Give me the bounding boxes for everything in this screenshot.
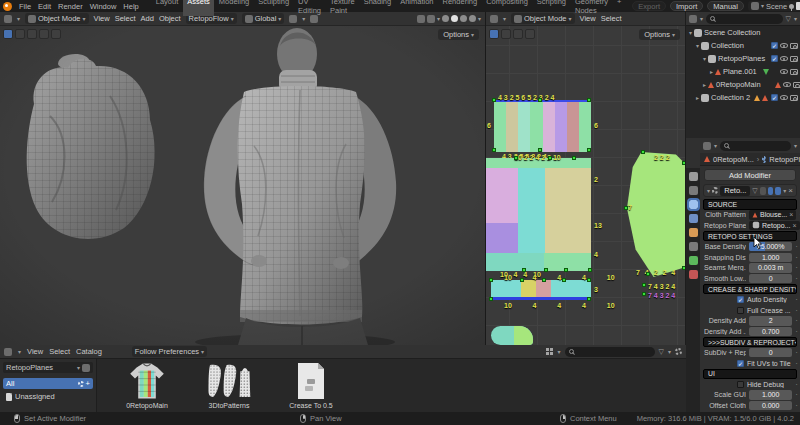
fit-uvs-checkbox[interactable]: ✓ [737, 360, 744, 367]
cursor-tool[interactable] [15, 29, 25, 39]
prop-label[interactable]: Full Crease ... [747, 307, 791, 314]
modifier-header[interactable]: ▾ Reto... ▽ ▾ × [703, 184, 797, 197]
asset-search-input[interactable] [565, 347, 655, 357]
disclosure-icon[interactable]: ▾ [707, 188, 710, 194]
outliner-row-scene-collection[interactable]: ▾ Scene Collection [686, 26, 800, 39]
outliner-row-plane-001[interactable]: ▸ Plane.001 [686, 65, 800, 78]
collection-checkbox[interactable]: ✓ [771, 42, 778, 49]
3d-viewport-canvas[interactable] [0, 26, 485, 345]
wireframe-shading-icon[interactable] [442, 15, 449, 22]
menu-window[interactable]: Window [90, 2, 117, 11]
import-method-dropdown[interactable]: Follow Preferences▾ [132, 346, 207, 357]
breadcrumb-object[interactable]: 0RetopoM... [713, 155, 754, 164]
move-tool[interactable] [27, 29, 37, 39]
subdiv-rep-slider[interactable]: 0 [749, 348, 792, 358]
animate-dot[interactable]: · [795, 316, 798, 325]
add-workspace-button[interactable]: + [613, 0, 625, 16]
material-shading-icon[interactable] [460, 15, 467, 22]
section-ui[interactable]: UI [703, 369, 797, 380]
tab-layout[interactable]: Layout [152, 0, 183, 16]
pattern-lower-strip[interactable] [491, 280, 591, 300]
eye-icon[interactable] [780, 69, 788, 74]
tab-rendering[interactable]: Rendering [439, 0, 482, 16]
tab-texture-paint[interactable]: Texture Paint [326, 0, 359, 16]
tab-assets[interactable]: Assets [183, 0, 214, 16]
tab-uv-editing[interactable]: UV Editing [294, 0, 325, 16]
refresh-icon[interactable] [78, 381, 84, 387]
disclosure-icon[interactable]: ▸ [710, 69, 713, 75]
catalog-item-unassigned[interactable]: Unassigned [3, 391, 93, 402]
animate-dot[interactable]: · [795, 359, 798, 368]
disclosure-icon[interactable]: ▸ [696, 95, 699, 101]
import-button[interactable]: Import [670, 1, 703, 11]
prop-label[interactable]: Fit UVs to Tile [747, 360, 791, 367]
properties-search-input[interactable] [720, 141, 791, 151]
new-scene-icon[interactable] [796, 2, 800, 10]
filter-icon[interactable]: ▽ [786, 15, 791, 22]
animate-dot[interactable]: · [795, 390, 798, 399]
constraints-tab-icon[interactable] [689, 242, 698, 251]
add-catalog-icon[interactable]: + [86, 379, 90, 388]
eye-icon[interactable] [780, 56, 788, 61]
snapping-distance-slider[interactable]: 1.000 [749, 253, 792, 263]
clear-icon[interactable]: × [789, 211, 793, 218]
prop-label[interactable]: Auto Density [747, 296, 787, 303]
section-retopo-settings[interactable]: RETOPO SETTINGS [703, 231, 797, 242]
tab-geometry-nodes[interactable]: Geometry Nodes [571, 0, 612, 16]
display-settings-icon[interactable] [546, 348, 549, 351]
outliner-row-collection[interactable]: ▾ Collection ✓ [686, 39, 800, 52]
collection-checkbox[interactable]: ✓ [771, 55, 778, 62]
pattern-small-piece[interactable] [491, 326, 533, 345]
select-box-tool[interactable] [3, 29, 13, 39]
outliner-search-input[interactable] [706, 14, 783, 24]
realtime-toggle-icon[interactable] [768, 187, 774, 195]
tab-scripting[interactable]: Scripting [533, 0, 570, 16]
animate-dot[interactable]: · [795, 274, 798, 283]
add-modifier-button[interactable]: Add Modifier [704, 169, 796, 181]
scene-selector[interactable]: ▾ Scene [748, 1, 800, 11]
pattern-main-piece[interactable] [486, 158, 591, 271]
export-button[interactable]: Export [632, 1, 666, 11]
camera-icon[interactable] [790, 69, 798, 75]
modifier-name-field[interactable]: Reto... [720, 186, 750, 196]
rendered-shading-icon[interactable] [469, 15, 476, 22]
editor-type-icon[interactable] [703, 142, 711, 150]
density-add-slider[interactable]: 2 [749, 316, 792, 326]
clear-icon[interactable]: × [792, 222, 796, 229]
section-subdiv-reproject[interactable]: >>>SUBDIV & REPROJECT<<< [703, 337, 797, 348]
3d-viewport[interactable]: ▾ Object Mode▾ View Select Add Object Re… [0, 12, 485, 345]
pattern-top-strip[interactable] [494, 100, 591, 152]
menu-catalog[interactable]: Catalog [76, 347, 102, 356]
eye-icon[interactable] [780, 95, 788, 100]
prop-label[interactable]: Hide Debug [747, 381, 784, 388]
offset-cloth-slider[interactable]: 0.000 [749, 401, 792, 411]
editor-type-icon[interactable] [689, 15, 697, 23]
menu-help[interactable]: Help [123, 2, 138, 11]
gear-icon[interactable] [675, 348, 682, 355]
tab-sculpting[interactable]: Sculpting [254, 0, 293, 16]
camera-icon[interactable] [793, 82, 800, 88]
animate-dot[interactable]: · [795, 295, 798, 304]
animate-dot[interactable]: · [795, 306, 798, 315]
catalog-selector[interactable]: RetopoPlanes ▾ [3, 362, 93, 373]
disclosure-icon[interactable]: ▾ [696, 43, 699, 49]
animate-dot[interactable]: · [795, 253, 798, 262]
animate-dot[interactable]: · [795, 327, 798, 336]
outliner-row-collection-2[interactable]: ▸ Collection 2 ✓ [686, 91, 800, 104]
rotate-tool[interactable] [525, 29, 535, 39]
animate-dot[interactable]: · [795, 380, 798, 389]
pin-icon[interactable] [789, 4, 794, 9]
collection-checkbox[interactable]: ✓ [771, 94, 778, 101]
editor-type-icon[interactable] [4, 348, 12, 356]
menu-file[interactable]: File [19, 2, 31, 11]
move-tool[interactable] [513, 29, 523, 39]
mode-dropdown[interactable]: Object Mode▾ [25, 13, 89, 24]
manual-button[interactable]: Manual [707, 1, 744, 11]
asset-card-crease[interactable]: Crease To 0.5 [275, 361, 347, 412]
section-crease-sharp[interactable]: CREASE & SHARP DENSITY CO... [703, 284, 797, 295]
filter-icon[interactable]: ▽ [659, 348, 664, 355]
breadcrumb-modifier[interactable]: RetopoPlan... [769, 155, 800, 164]
scale-gui-slider[interactable]: 1.000 [749, 390, 792, 400]
render-tab-icon[interactable] [689, 186, 698, 195]
animate-dot[interactable]: · [795, 263, 798, 272]
